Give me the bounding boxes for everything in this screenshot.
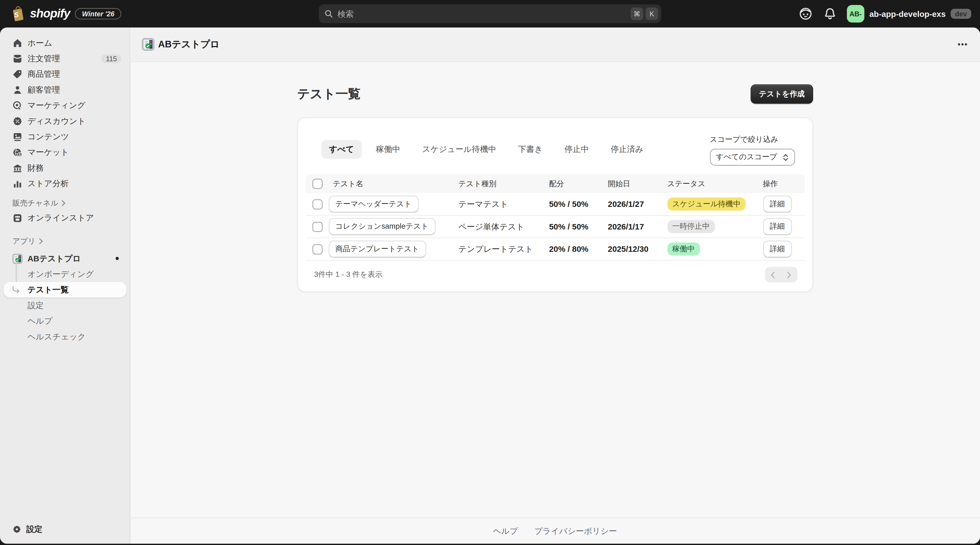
tab-all[interactable]: すべて (321, 140, 362, 159)
home-icon (13, 38, 22, 48)
sidebar-item-orders[interactable]: 注文管理 115 (4, 51, 126, 66)
marketing-icon (13, 100, 22, 110)
ab-test-app-icon (13, 253, 22, 264)
sidebar-item-label: マーケット (27, 146, 69, 157)
tab-scheduled[interactable]: スケジュール待機中 (414, 140, 504, 159)
sidebar-item-label: 注文管理 (27, 53, 60, 64)
sidebar-item-analytics[interactable]: ストア分析 (4, 176, 126, 191)
column-header-status[interactable]: ステータス (667, 178, 763, 189)
ab-test-app-icon (142, 38, 154, 51)
select-all-checkbox[interactable] (312, 179, 322, 189)
sidebar-subitem-healthcheck[interactable]: ヘルスチェック (4, 329, 126, 344)
filter-tabs: すべて 稼働中 スケジュール待機中 下書き 停止中 停止済み (321, 140, 652, 159)
column-header-start-date[interactable]: 開始日 (608, 178, 667, 189)
sidebar-item-finance[interactable]: 財務 (4, 160, 126, 176)
row-checkbox[interactable] (312, 244, 322, 254)
status-badge: 一時停止中 (667, 220, 714, 233)
sidebar-item-online-store[interactable]: オンラインストア (4, 210, 126, 226)
help-link[interactable]: ヘルプ (493, 525, 518, 537)
tab-draft[interactable]: 下書き (510, 140, 551, 159)
shopify-bag-icon: S (10, 6, 25, 22)
sidebar-subitem-onboarding[interactable]: オンボーディング (4, 266, 126, 282)
next-page-icon[interactable] (781, 267, 797, 282)
account-menu[interactable]: AB- ab-app-develop-exs dev (847, 5, 971, 22)
app-header-title: ABテストプロ (158, 38, 220, 50)
page-title: テスト一覧 (297, 86, 361, 103)
store-name: ab-app-develop-exs (869, 9, 945, 18)
apps-section[interactable]: アプリ (13, 234, 130, 248)
sidebar-item-products[interactable]: 商品管理 (4, 66, 126, 82)
test-name-chip[interactable]: 商品テンプレートテスト (329, 241, 426, 257)
tab-running[interactable]: 稼働中 (368, 140, 408, 159)
column-header-allocation[interactable]: 配分 (549, 178, 608, 189)
global-search[interactable]: ⌘ K (319, 4, 661, 23)
sidebar-item-content[interactable]: コンテンツ (4, 129, 126, 144)
allocation-cell: 50% / 50% (549, 222, 608, 231)
bell-icon[interactable] (824, 8, 836, 20)
tab-paused[interactable]: 停止中 (557, 140, 597, 159)
detail-button[interactable]: 詳細 (763, 196, 792, 213)
cmd-key: ⌘ (631, 8, 643, 20)
section-label: アプリ (13, 236, 36, 247)
page-body: テスト一覧 テストを作成 すべて 稼働中 スケジュール待機中 下書き 停止中 停… (130, 62, 980, 518)
sidekick-icon[interactable] (798, 6, 813, 21)
sidebar-subitem-test-list[interactable]: テスト一覧 (4, 282, 126, 297)
sidebar-subitem-help[interactable]: ヘルプ (4, 313, 126, 329)
pagination-bar: 3件中 1 - 3 件を表示 (305, 261, 805, 285)
sidebar-item-ab-test-app[interactable]: ABテストプロ (4, 251, 126, 266)
detail-button[interactable]: 詳細 (763, 218, 792, 235)
sidebar-item-settings[interactable]: 設定 (4, 521, 126, 538)
tab-stopped[interactable]: 停止済み (603, 140, 652, 159)
status-badge: 稼働中 (667, 243, 700, 256)
sidebar-item-label: 財務 (27, 162, 44, 173)
pager (765, 267, 797, 282)
discount-icon (13, 116, 22, 126)
avatar: AB- (847, 5, 864, 22)
sidebar-item-customers[interactable]: 顧客管理 (4, 82, 126, 97)
prev-page-icon[interactable] (765, 267, 781, 282)
settings-label: 設定 (26, 524, 43, 535)
sidebar-item-discounts[interactable]: ディスカウント (4, 113, 126, 129)
page-head: テスト一覧 テストを作成 (297, 84, 813, 104)
column-header-type[interactable]: テスト種別 (458, 178, 549, 189)
scope-select-value: すべてのスコープ (716, 152, 777, 162)
test-name-chip[interactable]: テーマヘッダーテスト (329, 196, 419, 213)
sidebar-item-marketing[interactable]: マーケティング (4, 97, 126, 113)
sidebar-item-label: 顧客管理 (27, 84, 60, 95)
search-input[interactable] (337, 9, 628, 18)
test-list-card: すべて 稼働中 スケジュール待機中 下書き 停止中 停止済み スコープで絞り込み… (297, 118, 813, 292)
chevron-right-icon (61, 200, 65, 207)
sidebar-item-home[interactable]: ホーム (4, 35, 126, 51)
sidebar-subitem-settings[interactable]: 設定 (4, 297, 126, 313)
app-header: ABテストプロ (130, 27, 980, 62)
markets-icon: $ (13, 147, 22, 157)
sidebar-item-label: ホーム (27, 37, 52, 48)
pagination-summary: 3件中 1 - 3 件を表示 (314, 270, 383, 280)
shopify-logo[interactable]: S shopify Winter '26 (10, 0, 121, 27)
column-header-action[interactable]: 操作 (763, 178, 805, 189)
scope-filter-label: スコープで絞り込み (710, 135, 795, 145)
online-store-icon (13, 213, 22, 223)
row-checkbox[interactable] (312, 222, 322, 232)
gear-icon (13, 525, 21, 534)
release-badge: Winter '26 (75, 8, 121, 19)
table-row: コレクションsampleテスト ページ単体テスト 50% / 50% 2026/… (305, 216, 805, 238)
table-header: テスト名 テスト種別 配分 開始日 ステータス 操作 (305, 175, 805, 193)
allocation-cell: 20% / 80% (549, 245, 608, 254)
column-header-name[interactable]: テスト名 (333, 178, 458, 189)
more-actions-icon[interactable] (957, 39, 968, 50)
sales-channels-section[interactable]: 販売チャネル (13, 196, 130, 210)
row-checkbox[interactable] (312, 199, 322, 209)
privacy-policy-link[interactable]: プライバシーポリシー (534, 525, 617, 537)
elbow-arrow-icon (12, 286, 21, 294)
create-test-button[interactable]: テストを作成 (751, 84, 813, 104)
orders-icon (13, 53, 22, 64)
shopify-admin-window: S shopify Winter '26 ⌘ K (0, 0, 980, 545)
detail-button[interactable]: 詳細 (763, 241, 792, 257)
finance-icon (13, 163, 22, 173)
sidebar-item-markets[interactable]: $ マーケット (4, 144, 126, 160)
test-name-chip[interactable]: コレクションsampleテスト (329, 218, 436, 235)
notification-dot (116, 257, 119, 260)
scope-select[interactable]: すべてのスコープ (710, 149, 795, 165)
app-shell: ホーム 注文管理 115 商品管理 顧客管理 マーケティング ディスカウン (0, 27, 980, 543)
